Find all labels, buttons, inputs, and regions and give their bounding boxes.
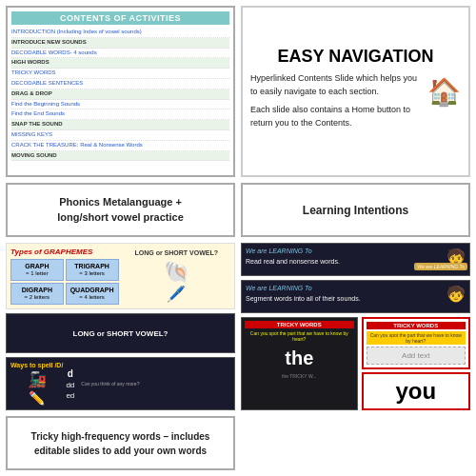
- contents-item[interactable]: INTRODUCE NEW SOUNDS: [11, 38, 229, 49]
- learning-to-header-2: We are LEARNING To: [246, 285, 466, 291]
- phonics-label: Phonics Metalanguage +long/short vowel p…: [57, 195, 184, 225]
- add-text-box[interactable]: Add text: [367, 347, 466, 365]
- slide-tricky-add[interactable]: TRICKY WORDS Can you spot the part that …: [362, 317, 471, 369]
- tricky-sub-yellow: Can you spot the part that we have to kn…: [367, 331, 466, 345]
- contents-item[interactable]: MOVING SOUND: [11, 151, 229, 162]
- learning-badge: We are LEARNING To: [414, 263, 467, 270]
- ways-letters: d dd ed: [66, 368, 74, 400]
- tricky-header-red: TRICKY WORDS: [367, 322, 466, 329]
- phonics-panel: Phonics Metalanguage +long/short vowel p…: [6, 183, 235, 237]
- tricky-label-box: Tricky high-frequency words – includes e…: [6, 416, 235, 470]
- tricky-word-the: the: [245, 344, 354, 373]
- tricky-label: Tricky high-frequency words – includes e…: [13, 429, 228, 458]
- contents-item[interactable]: INTRODUCTION (Including Index of vowel s…: [11, 28, 229, 38]
- tricky-word-sub: the TRICKY W...: [245, 373, 354, 379]
- slides-left: Types of GRAPHEMES GRAPH = 1 letter TRIG…: [6, 243, 235, 410]
- shell-icon: 🐚: [164, 260, 189, 285]
- kid-icon-2: 🧒: [446, 285, 466, 303]
- grapheme-grid: GRAPH = 1 letter TRIGRAPH = 3 letters DI…: [10, 259, 119, 305]
- slide-ways: Ways to spell /D/ 🚂 ✏️ d dd ed Can you t…: [6, 357, 235, 410]
- grapheme-desc: = 1 letter: [13, 270, 61, 278]
- contents-item[interactable]: MISSING KEYS: [11, 130, 229, 141]
- contents-item[interactable]: Find the Beginning Sounds: [11, 100, 229, 110]
- vowel-label: LONG or SHORT VOWEL?: [135, 249, 219, 256]
- tricky-slides-row: TRICKY WORDS Can you spot the part that …: [241, 317, 470, 410]
- tricky-header: TRICKY WORDS: [245, 321, 354, 328]
- grapheme-type: QUADGRAPH: [69, 286, 116, 294]
- grapheme-desc: = 2 letters: [13, 294, 61, 302]
- contents-item[interactable]: DECODABLE WORDS- 4 sounds: [11, 49, 229, 59]
- contents-item[interactable]: TRICKY WORDS: [11, 69, 229, 79]
- ways-think-label: Can you think of any more?: [81, 381, 139, 387]
- grapheme-quadgraph: QUADGRAPH = 4 letters: [66, 283, 119, 305]
- contents-item[interactable]: DRAG & DROP: [11, 89, 229, 100]
- learning-panel: Learning Intentions: [241, 183, 470, 237]
- train-icon: 🚂: [28, 370, 47, 388]
- tricky-right-col: TRICKY WORDS Can you spot the part that …: [362, 317, 471, 410]
- tricky-sub: Can you spot the part that we have to kn…: [245, 330, 354, 342]
- contents-item[interactable]: HIGH WORDS: [11, 58, 229, 69]
- ways-letter-dd: dd: [66, 381, 74, 389]
- pen-icon: ✏️: [29, 390, 45, 406]
- learning-to-header-1: We are LEARNING To: [246, 248, 466, 254]
- nav-title: EASY NAVIGATION: [250, 47, 461, 67]
- grapheme-desc: = 4 letters: [69, 294, 116, 302]
- slides-right: We are LEARNING To Read real and nonsens…: [241, 243, 470, 410]
- grapheme-right: LONG or SHORT VOWEL? 🐚 🖊️: [123, 248, 231, 305]
- contents-item[interactable]: DECODABLE SENTENCES: [11, 79, 229, 89]
- nav-body: 🏠 Hyperlinked Contents Slide which helps…: [250, 72, 461, 135]
- contents-list: INTRODUCTION (Including Index of vowel s…: [11, 28, 229, 161]
- grapheme-digraph: DIGRAPH = 2 letters: [10, 283, 64, 305]
- nav-panel: EASY NAVIGATION 🏠 Hyperlinked Contents S…: [241, 6, 470, 177]
- contents-item[interactable]: CRACK THE TREASURE: Real & Nonsense Word…: [11, 141, 229, 151]
- you-word-display: you: [362, 372, 471, 410]
- contents-item[interactable]: SNAP THE SOUND: [11, 120, 229, 130]
- contents-panel: CONTENTS OF ACTIVITIES INTRODUCTION (Inc…: [6, 6, 235, 177]
- grapheme-trigraph: TRIGRAPH = 3 letters: [66, 259, 119, 281]
- house-icon: 🏠: [427, 72, 461, 112]
- ways-letter-d: d: [68, 368, 73, 379]
- grapheme-type: GRAPH: [13, 262, 61, 270]
- contents-item[interactable]: Find the End Sounds: [11, 109, 229, 120]
- slide-tricky-the: TRICKY WORDS Can you spot the part that …: [241, 317, 358, 410]
- grapheme-type: DIGRAPH: [13, 286, 61, 294]
- vowel-dark-title: LONG or SHORT VOWEL?: [73, 329, 169, 338]
- learning-text-2: Segment words into all of their sounds.: [246, 294, 466, 304]
- eraser-icon: 🖊️: [167, 285, 186, 303]
- contents-title: CONTENTS OF ACTIVITIES: [11, 11, 229, 25]
- grapheme-type: TRIGRAPH: [69, 262, 116, 270]
- grapheme-desc: = 3 letters: [69, 270, 116, 278]
- grapheme-title: Types of GRAPHEMES: [10, 248, 119, 256]
- slide-learning-2: We are LEARNING To Segment words into al…: [241, 280, 470, 313]
- learning-label: Learning Intentions: [303, 204, 408, 217]
- ways-title: Ways to spell /D/: [10, 362, 63, 368]
- grapheme-left: Types of GRAPHEMES GRAPH = 1 letter TRIG…: [10, 248, 119, 305]
- slide-vowel: LONG or SHORT VOWEL?: [6, 313, 235, 353]
- slide-graphemes: Types of GRAPHEMES GRAPH = 1 letter TRIG…: [6, 243, 235, 309]
- slide-learning-1: We are LEARNING To Read real and nonsens…: [241, 243, 470, 276]
- ways-letter-ed: ed: [66, 391, 74, 400]
- grapheme-graph: GRAPH = 1 letter: [10, 259, 64, 281]
